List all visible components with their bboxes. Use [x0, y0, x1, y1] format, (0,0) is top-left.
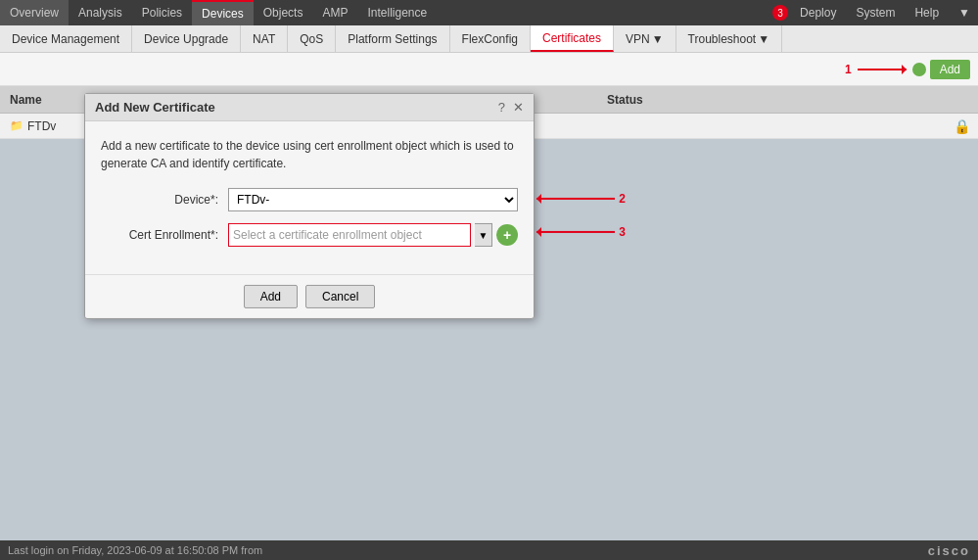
- help-button[interactable]: Help: [907, 0, 947, 25]
- modal-header-icons: ? ✕: [498, 100, 524, 115]
- cert-enrollment-dropdown-button[interactable]: ▼: [475, 223, 492, 247]
- main-content: Add New Certificate ? ✕ Add a new certif…: [0, 139, 978, 560]
- alert-badge[interactable]: 3: [772, 5, 788, 21]
- expand-icon[interactable]: ▼: [951, 0, 978, 25]
- cert-enrollment-add-button[interactable]: +: [496, 224, 518, 246]
- vpn-dropdown-icon: ▼: [652, 32, 664, 46]
- add-certificate-modal: Add New Certificate ? ✕ Add a new certif…: [84, 93, 535, 319]
- nav-amp[interactable]: AMP: [312, 0, 357, 25]
- nav-device-management[interactable]: Device Management: [0, 25, 132, 52]
- modal-help-button[interactable]: ?: [498, 100, 505, 115]
- top-navigation: Overview Analysis Policies Devices Objec…: [0, 0, 978, 25]
- device-icon: 📁: [10, 119, 23, 132]
- modal-description: Add a new certificate to the device usin…: [101, 137, 518, 172]
- deploy-button[interactable]: Deploy: [792, 0, 844, 25]
- modal-close-button[interactable]: ✕: [513, 100, 524, 115]
- system-button[interactable]: System: [848, 0, 903, 25]
- nav-certificates[interactable]: Certificates: [531, 25, 614, 52]
- modal-footer: Add Cancel: [85, 274, 534, 318]
- top-nav-right: 3 Deploy System Help ▼: [772, 0, 978, 25]
- cert-enrollment-form-control: ▼ + 3: [228, 223, 518, 247]
- device-select[interactable]: FTDv-: [228, 188, 518, 211]
- modal-cancel-button[interactable]: Cancel: [305, 285, 375, 308]
- arrow-to-add: [858, 69, 907, 70]
- status-login-text: Last login on Friday, 2023-06-09 at 16:5…: [8, 544, 262, 556]
- lock-icon: 🔒: [954, 118, 970, 134]
- modal-header: Add New Certificate ? ✕: [85, 94, 534, 121]
- add-button-toolbar[interactable]: Add: [930, 60, 970, 79]
- troubleshoot-dropdown-icon: ▼: [758, 32, 769, 46]
- modal-title: Add New Certificate: [95, 100, 215, 115]
- step-1-label: 1: [845, 63, 852, 76]
- nav-platform-settings[interactable]: Platform Settings: [336, 25, 449, 52]
- nav-overview[interactable]: Overview: [0, 0, 69, 25]
- nav-troubleshoot[interactable]: Troubleshoot ▼: [676, 25, 783, 52]
- device-form-control: FTDv- 2: [228, 188, 518, 211]
- nav-intelligence[interactable]: Intelligence: [357, 0, 437, 25]
- nav-analysis[interactable]: Analysis: [69, 0, 132, 25]
- toolbar: 1 Add: [0, 53, 978, 86]
- nav-vpn[interactable]: VPN ▼: [614, 25, 676, 52]
- nav-devices[interactable]: Devices: [192, 0, 254, 25]
- second-navigation: Device Management Device Upgrade NAT QoS…: [0, 25, 978, 53]
- device-form-row: Device*: FTDv- 2: [101, 188, 518, 211]
- device-label: Device*:: [101, 193, 228, 207]
- col-header-status: Status: [597, 93, 744, 107]
- nav-device-upgrade[interactable]: Device Upgrade: [132, 25, 241, 52]
- modal-add-button[interactable]: Add: [244, 285, 298, 308]
- cert-enrollment-form-row: Cert Enrollment*: ▼ + 3: [101, 223, 518, 247]
- status-bar: Last login on Friday, 2023-06-09 at 16:5…: [0, 540, 978, 560]
- nav-qos[interactable]: QoS: [288, 25, 336, 52]
- green-dot-toolbar: [912, 63, 926, 76]
- cisco-logo: cisco: [928, 543, 970, 558]
- nav-objects[interactable]: Objects: [254, 0, 313, 25]
- arrow-3-line: 3: [536, 225, 626, 239]
- nav-flexconfig[interactable]: FlexConfig: [450, 25, 531, 52]
- cert-enrollment-label: Cert Enrollment*:: [101, 228, 228, 242]
- nav-nat[interactable]: NAT: [241, 25, 288, 52]
- arrow-2-line: 2: [536, 192, 626, 206]
- modal-body: Add a new certificate to the device usin…: [85, 121, 534, 274]
- nav-policies[interactable]: Policies: [132, 0, 192, 25]
- cert-enrollment-input[interactable]: [228, 223, 471, 247]
